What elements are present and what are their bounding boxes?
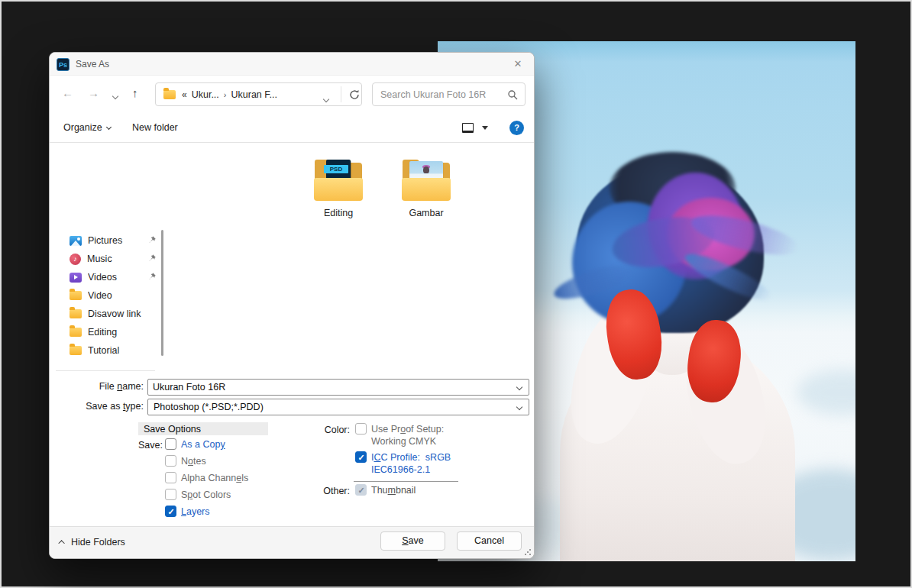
back-icon[interactable]: ← (62, 86, 73, 99)
folder-icon: PSD (313, 158, 364, 201)
dialog-body: Pictures ♪ Music Videos Video (50, 143, 534, 369)
checkbox-row-proof-setup: Use Proof Setup: (355, 423, 444, 435)
save-type-row: Save as type: Photoshop (*.PSD;*.PDD) (50, 399, 534, 415)
folder-icon (70, 291, 82, 300)
layers-checkbox[interactable] (165, 506, 176, 517)
folder-tile-editing[interactable]: PSD Editing (302, 158, 375, 218)
save-button[interactable]: Save (380, 531, 445, 551)
sidebar-item-label: Video (88, 290, 161, 301)
address-divider (341, 86, 341, 102)
checkbox-row-spot-colors: Spot Colors (165, 489, 231, 501)
view-mode-icon[interactable] (462, 123, 474, 133)
close-icon[interactable]: ✕ (509, 57, 526, 72)
checkbox-row-as-a-copy: As a Copy (165, 438, 225, 451)
save-options-header: Save Options (138, 422, 268, 435)
navigation-bar: ← → ↑ « Ukur... › Ukuran F... (50, 80, 534, 111)
address-dropdown-icon[interactable] (324, 93, 328, 104)
photoshop-app-icon: Ps (57, 58, 70, 71)
checkbox-row-thumbnail: Thumbnail (355, 484, 416, 496)
address-bar[interactable]: « Ukur... › Ukuran F... (155, 82, 362, 106)
pin-icon (147, 254, 157, 265)
chevron-down-icon[interactable] (516, 384, 522, 390)
pin-icon (147, 235, 157, 247)
videos-icon (70, 273, 82, 283)
icc-profile-checkbox[interactable] (355, 451, 367, 463)
file-name-row: File name: (50, 379, 534, 396)
sidebar-scrollbar[interactable] (161, 230, 163, 356)
dialog-footer: Hide Folders Save Cancel (50, 526, 534, 558)
notes-checkbox (165, 455, 176, 467)
color-label: Color: (289, 425, 350, 435)
icc-profile-label[interactable]: ICC Profile: sRGB (371, 451, 451, 464)
checkbox-row-alpha-channels: Alpha Channels (165, 472, 248, 484)
save-type-value: Photoshop (*.PSD;*.PDD) (154, 402, 264, 412)
dialog-titlebar[interactable]: Ps Save As ✕ (50, 53, 534, 76)
breadcrumb-overflow[interactable]: « (182, 89, 187, 100)
new-folder-button[interactable]: New folder (132, 122, 178, 133)
breadcrumb-item[interactable]: Ukur... (192, 89, 219, 100)
as-a-copy-label[interactable]: As a Copy (181, 438, 225, 451)
folder-tile-gambar[interactable]: Gambar (390, 158, 463, 218)
save-type-label: Save as type: (73, 401, 144, 412)
sidebar-item-tutorial[interactable]: Tutorial (51, 341, 161, 360)
folder-icon (163, 90, 176, 99)
breadcrumb-item-current[interactable]: Ukuran F... (231, 89, 277, 100)
resize-grip[interactable] (524, 548, 532, 556)
sidebar-item-label: Videos (88, 272, 141, 283)
proof-setup-line2: Working CMYK (371, 436, 436, 447)
sidebar-item-disavow-link[interactable]: Disavow link (51, 305, 161, 323)
hide-folders-button[interactable]: Hide Folders (60, 537, 125, 548)
save-as-dialog: Ps Save As ✕ ← → ↑ « Ukur... › Ukuran F.… (49, 52, 535, 559)
forward-icon[interactable]: → (88, 86, 99, 99)
thumbnail-label: Thumbnail (371, 484, 416, 496)
checkbox-row-layers: Layers (165, 506, 210, 518)
chevron-down-icon (516, 404, 522, 410)
view-mode-dropdown-icon[interactable] (482, 126, 488, 130)
screenshot-frame: Ps Save As ✕ ← → ↑ « Ukur... › Ukuran F.… (0, 0, 912, 588)
hide-folders-label: Hide Folders (71, 537, 125, 548)
save-type-combobox[interactable]: Photoshop (*.PSD;*.PDD) (147, 399, 529, 415)
up-icon[interactable]: ↑ (132, 86, 138, 99)
proof-setup-label: Use Proof Setup: (371, 423, 444, 435)
folder-icon (70, 309, 82, 318)
chevron-down-icon (106, 124, 112, 130)
folder-name: Editing (302, 208, 375, 218)
sidebar-item-label: Pictures (88, 235, 141, 246)
sidebar-item-label: Editing (88, 327, 161, 338)
refresh-icon[interactable] (348, 89, 361, 101)
file-name-label: File name: (73, 381, 144, 392)
file-list: PSD Editing Gambar (166, 143, 532, 369)
navigation-sidebar: Pictures ♪ Music Videos Video (50, 143, 164, 369)
music-icon: ♪ (70, 254, 81, 265)
pictures-icon (70, 236, 82, 246)
command-toolbar: Organize New folder ? (50, 118, 534, 140)
search-input[interactable] (380, 86, 503, 102)
options-divider (354, 481, 458, 482)
thumbnail-checkbox (355, 484, 367, 496)
other-label: Other: (289, 486, 350, 496)
sidebar-item-music[interactable]: ♪ Music (51, 250, 161, 268)
history-chevron-icon[interactable] (113, 90, 118, 101)
as-a-copy-checkbox[interactable] (165, 438, 176, 450)
search-icon[interactable] (507, 89, 518, 102)
checkbox-row-notes: Notes (165, 455, 206, 467)
folder-icon (70, 346, 82, 355)
file-name-input[interactable] (153, 380, 504, 394)
save-options-save-label: Save: (102, 440, 163, 451)
layers-label[interactable]: Layers (181, 506, 210, 518)
organize-button[interactable]: Organize (63, 122, 111, 133)
cancel-button[interactable]: Cancel (457, 531, 522, 551)
folder-icon (401, 158, 451, 201)
help-icon[interactable]: ? (509, 121, 524, 135)
sidebar-item-label: Music (87, 254, 141, 264)
spot-colors-checkbox (165, 489, 176, 500)
file-name-combobox (147, 379, 529, 396)
checkbox-row-icc-profile: ICC Profile: sRGB (355, 451, 451, 464)
sidebar-item-label: Disavow link (88, 309, 161, 319)
sidebar-item-video[interactable]: Video (51, 286, 161, 305)
sidebar-item-pictures[interactable]: Pictures (51, 231, 161, 250)
sidebar-item-editing[interactable]: Editing (51, 323, 161, 341)
folder-icon (70, 328, 82, 337)
sidebar-item-videos[interactable]: Videos (51, 268, 161, 286)
sidebar-item-label: Tutorial (88, 345, 161, 356)
